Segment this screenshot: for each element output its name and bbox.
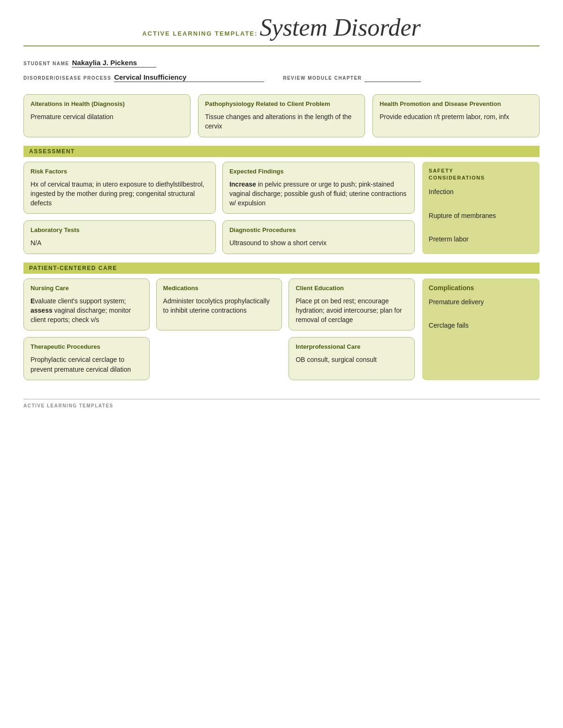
complications-box: Complications Premature delivery Cerclag… [422,278,540,380]
health-promotion-content: Provide education r/t preterm labor, rom… [380,112,533,121]
expected-findings-title: Expected Findings [229,168,408,176]
top-boxes-row: Alterations in Health (Diagnosis) Premat… [23,94,540,137]
client-education-box: Client Education Place pt on bed rest; e… [289,278,415,331]
assessment-bottom-row: Laboratory Tests N/A Diagnostic Procedur… [23,220,415,254]
pcc-section-bar: Patient-Centered Care [23,263,540,274]
footer: Active Learning Templates [23,399,540,408]
assessment-layout: Risk Factors Hx of cervical trauma; in u… [23,162,540,254]
medications-content: Administer tocolytics prophylactically t… [163,296,275,315]
therapeutic-procedures-box: Therapeutic Procedures Prophylactic cerv… [23,337,150,380]
pathophysiology-box: Pathophysiology Related to Client Proble… [198,94,365,137]
nursing-care-box: Nursing Care Evaluate client's support s… [23,278,150,331]
disorder-value: Cervical Insufficiency [114,73,264,82]
complication-item-2: Cerclage fails [429,320,533,331]
review-field: Review Module Chapter [283,73,421,82]
page-header: Active Learning Template: System Disorde… [23,14,540,46]
medications-box: Medications Administer tocolytics prophy… [156,278,282,331]
alterations-title: Alterations in Health (Diagnosis) [30,100,183,108]
lab-tests-box: Laboratory Tests N/A [23,220,216,254]
disorder-label: Disorder/Disease Process [23,75,111,81]
page-title: System Disorder [260,14,421,41]
lab-tests-title: Laboratory Tests [30,226,209,234]
student-info-row: Student Name Nakaylia J. Pickens [23,55,540,71]
nursing-care-title: Nursing Care [30,285,143,293]
safety-item-preterm: Preterm labor [429,233,533,245]
student-name-label: Student Name [23,61,69,66]
diagnostic-procedures-box: Diagnostic Procedures Ultrasound to show… [222,220,415,254]
alterations-content: Premature cervical dilatation [30,112,183,121]
pcc-main: Nursing Care Evaluate client's support s… [23,278,415,380]
template-label: Active Learning Template: [142,30,258,37]
interprofessional-care-content: OB consult, surgical consult [296,355,408,364]
diagnostic-procedures-content: Ultrasound to show a short cervix [229,238,408,248]
alterations-box: Alterations in Health (Diagnosis) Premat… [23,94,190,137]
assessment-top-row: Risk Factors Hx of cervical trauma; in u… [23,162,415,214]
review-value [365,73,421,82]
safety-item-infection: Infection [429,186,533,198]
disorder-field: Disorder/Disease Process Cervical Insuff… [23,73,264,82]
complications-title: Complications [429,284,533,292]
student-name-value: Nakaylia J. Pickens [72,59,156,68]
complications-column: Complications Premature delivery Cerclag… [422,278,540,380]
disorder-info-row: Disorder/Disease Process Cervical Insuff… [23,69,540,86]
assessment-section: Assessment Risk Factors Hx of cervical t… [23,146,540,254]
assessment-section-bar: Assessment [23,146,540,157]
safety-title: SafetyConsiderations [429,167,533,182]
health-promotion-title: Health Promotion and Disease Prevention [380,100,533,108]
interprofessional-care-title: Interprofessional Care [296,343,408,351]
therapeutic-procedures-title: Therapeutic Procedures [30,343,143,351]
safety-content: Infection Rupture of membranes Preterm l… [429,186,533,245]
assessment-main: Risk Factors Hx of cervical trauma; in u… [23,162,415,254]
safety-box: SafetyConsiderations Infection Rupture o… [422,162,540,254]
health-promotion-box: Health Promotion and Disease Prevention … [373,94,540,137]
safety-column: SafetyConsiderations Infection Rupture o… [422,162,540,254]
review-label: Review Module Chapter [283,75,362,81]
pcc-layout: Nursing Care Evaluate client's support s… [23,278,540,380]
client-education-content: Place pt on bed rest; encourage hydratio… [296,296,408,325]
expected-findings-box: Expected Findings Increase in pelvic pre… [222,162,415,214]
footer-label: Active Learning Templates [23,403,114,408]
therapeutic-procedures-content: Prophylactic cervical cerclage to preven… [30,355,143,374]
interprofessional-care-box: Interprofessional Care OB consult, surgi… [289,337,415,380]
pcc-grid: Nursing Care Evaluate client's support s… [23,278,415,380]
pathophysiology-content: Tissue changes and alterations in the le… [205,112,358,131]
pcc-section: Patient-Centered Care Nursing Care Evalu… [23,263,540,380]
pathophysiology-title: Pathophysiology Related to Client Proble… [205,100,358,108]
student-name-field: Student Name Nakaylia J. Pickens [23,59,156,68]
client-education-title: Client Education [296,285,408,293]
expected-findings-content: Increase in pelvic pressure or urge to p… [229,180,408,208]
risk-factors-box: Risk Factors Hx of cervical trauma; in u… [23,162,216,214]
lab-tests-content: N/A [30,238,209,248]
risk-factors-content: Hx of cervical trauma; in utero exposure… [30,180,209,208]
complications-content: Premature delivery Cerclage fails [429,296,533,332]
diagnostic-procedures-title: Diagnostic Procedures [229,226,408,234]
safety-item-rupture: Rupture of membranes [429,210,533,222]
nursing-care-content: Evaluate client's support system; assess… [30,296,143,325]
medications-title: Medications [163,285,275,293]
risk-factors-title: Risk Factors [30,168,209,176]
complication-item-1: Premature delivery [429,296,533,308]
